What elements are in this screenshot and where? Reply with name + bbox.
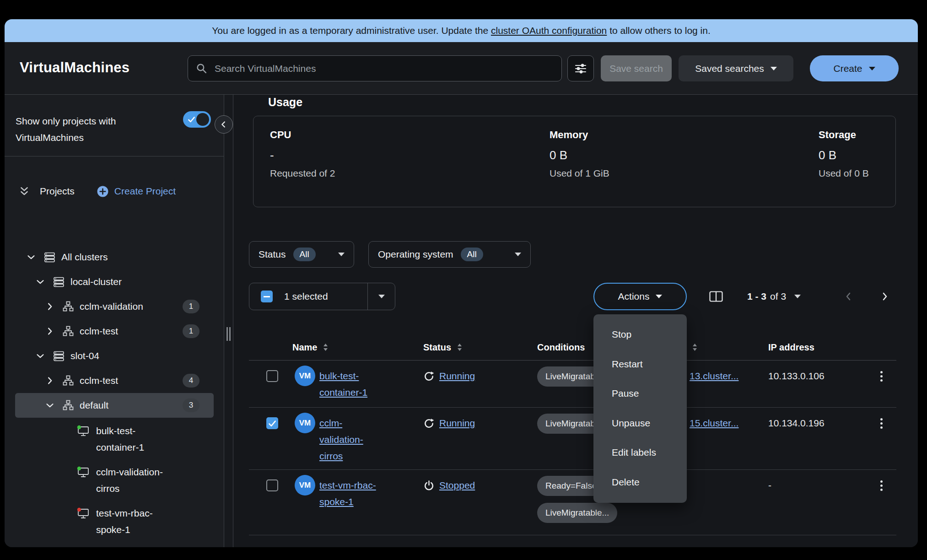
show-only-toggle[interactable] bbox=[183, 111, 211, 128]
vm-name-line: validation- bbox=[319, 431, 363, 448]
vm-badge: VM bbox=[295, 366, 315, 386]
menu-item-edit-labels[interactable]: Edit labels bbox=[593, 438, 687, 468]
sort-icon[interactable] bbox=[692, 343, 698, 352]
vm-label-line: cclm-validation- bbox=[96, 467, 163, 477]
vm-label-line: container-1 bbox=[96, 442, 144, 452]
chevron-left-icon bbox=[219, 119, 229, 129]
os-filter-dropdown[interactable]: Operating system All bbox=[368, 241, 531, 268]
actions-label: Actions bbox=[618, 291, 650, 302]
vm-name-link[interactable]: bulk-test- container-1 bbox=[319, 368, 367, 401]
create-button[interactable]: Create bbox=[810, 55, 899, 81]
saved-searches-button[interactable]: Saved searches bbox=[679, 55, 793, 81]
chevron-right-icon[interactable] bbox=[45, 302, 55, 312]
tree-item-default[interactable]: default 3 bbox=[15, 393, 214, 418]
metric-detail: Used of 0 B bbox=[819, 168, 869, 179]
status-link[interactable]: Stopped bbox=[439, 477, 475, 494]
cluster-tree: All clusters local-cluster cclm-validati… bbox=[5, 245, 224, 546]
tree-item-vm-test-vm-rbac-spoke-1[interactable]: test-vm-rbac-spoke-1 bbox=[15, 505, 214, 538]
table-row: VM cclm- validation- cirros Running Live… bbox=[249, 408, 896, 470]
minus-icon bbox=[264, 296, 270, 297]
tree-item-vm-cclm-validation-cirros[interactable]: cclm-validation-cirros bbox=[15, 464, 214, 497]
vm-name-link[interactable]: cclm- validation- cirros bbox=[319, 415, 363, 464]
chevron-down-icon[interactable] bbox=[45, 400, 55, 410]
create-project-button[interactable]: Create Project bbox=[97, 185, 176, 198]
sidebar-collapse-button[interactable] bbox=[215, 115, 233, 134]
metric-value: 0 B bbox=[550, 148, 609, 162]
chevron-right-icon[interactable] bbox=[45, 326, 55, 336]
tree-item-all-clusters[interactable]: All clusters bbox=[15, 245, 214, 269]
menu-item-restart[interactable]: Restart bbox=[593, 350, 687, 379]
node-link[interactable]: 15.cluster... bbox=[690, 415, 738, 431]
banner-text-after: to allow others to log in. bbox=[609, 25, 711, 36]
vm-badge: VM bbox=[295, 413, 315, 433]
pagination-next-button[interactable] bbox=[874, 286, 895, 307]
vm-icon-running bbox=[77, 466, 90, 478]
vm-name-link[interactable]: test-vm-rbac- spoke-1 bbox=[319, 477, 376, 510]
selected-count-label: 1 selected bbox=[284, 283, 367, 310]
menu-item-unpause[interactable]: Unpause bbox=[593, 409, 687, 438]
oauth-config-link[interactable]: cluster OAuth configuration bbox=[491, 25, 607, 36]
tree-item-cclm-test[interactable]: cclm-test 1 bbox=[15, 319, 214, 344]
bulk-select-checkbox[interactable] bbox=[261, 291, 273, 302]
tree-item-local-cluster[interactable]: local-cluster bbox=[15, 269, 214, 294]
column-header-status[interactable]: Status bbox=[423, 334, 463, 361]
menu-item-pause[interactable]: Pause bbox=[593, 379, 687, 409]
pagination-prev-button[interactable] bbox=[839, 286, 859, 307]
vm-count-badge: 4 bbox=[183, 374, 199, 388]
column-header-name[interactable]: Name bbox=[292, 334, 329, 361]
search-input[interactable] bbox=[188, 55, 562, 81]
caret-down-icon bbox=[869, 67, 875, 70]
vm-name-line: cirros bbox=[319, 448, 363, 464]
memory-metric: Memory 0 B Used of 1 GiB bbox=[550, 129, 609, 179]
tree-item-label: slot-04 bbox=[70, 350, 99, 361]
save-search-button[interactable]: Save search bbox=[601, 55, 672, 81]
tree-item-cclm-test-slot04[interactable]: cclm-test 4 bbox=[15, 368, 214, 393]
os-filter-value-chip: All bbox=[461, 248, 483, 261]
status-filter-dropdown[interactable]: Status All bbox=[249, 241, 354, 268]
tree-item-slot-04[interactable]: slot-04 bbox=[15, 344, 214, 368]
projects-label: Projects bbox=[40, 186, 75, 197]
node-link[interactable]: 13.cluster... bbox=[690, 368, 738, 384]
pagination-range: 1 - 3 bbox=[747, 291, 766, 302]
actions-dropdown-button[interactable]: Actions bbox=[593, 283, 687, 310]
chevron-down-icon[interactable] bbox=[35, 277, 45, 287]
menu-item-delete[interactable]: Delete bbox=[593, 468, 687, 497]
menu-item-stop[interactable]: Stop bbox=[593, 320, 687, 350]
chevron-down-icon[interactable] bbox=[26, 252, 36, 262]
usage-heading: Usage bbox=[268, 96, 302, 109]
row-kebab-menu-button[interactable] bbox=[877, 367, 886, 385]
tree-item-label: All clusters bbox=[61, 252, 108, 263]
vm-name-line: bulk-test- bbox=[319, 368, 367, 384]
cluster-icon bbox=[53, 276, 65, 288]
tree-item-vm-bulk-test-container-1[interactable]: bulk-test-container-1 bbox=[15, 423, 214, 456]
column-label: Name bbox=[292, 342, 317, 353]
tree-item-label: cclm-test bbox=[80, 375, 118, 386]
advanced-search-button[interactable] bbox=[567, 55, 594, 81]
bulk-select-checkbox-segment[interactable] bbox=[249, 283, 284, 310]
status-link[interactable]: Running bbox=[439, 368, 475, 384]
row-kebab-menu-button[interactable] bbox=[877, 415, 886, 432]
sort-icon[interactable] bbox=[323, 343, 329, 352]
collapse-all-icon[interactable] bbox=[19, 186, 30, 197]
status-link[interactable]: Running bbox=[439, 415, 475, 431]
bulk-select-caret-segment[interactable] bbox=[367, 283, 395, 310]
sort-icon[interactable] bbox=[457, 343, 463, 352]
vm-label-line: spoke-1 bbox=[96, 524, 130, 535]
row-checkbox-checked[interactable] bbox=[266, 417, 278, 429]
chevron-down-icon[interactable] bbox=[35, 351, 45, 361]
vm-label-line: bulk-test- bbox=[96, 425, 135, 436]
metric-detail: Used of 1 GiB bbox=[550, 168, 609, 179]
row-checkbox[interactable] bbox=[266, 370, 278, 382]
row-kebab-menu-button[interactable] bbox=[877, 477, 886, 494]
chevron-right-icon[interactable] bbox=[45, 376, 55, 386]
storage-metric: Storage 0 B Used of 0 B bbox=[819, 129, 869, 179]
sidebar-resizer[interactable] bbox=[224, 95, 233, 547]
tree-item-cclm-validation[interactable]: cclm-validation 1 bbox=[15, 294, 214, 319]
pagination-control[interactable]: 1 - 3 of 3 bbox=[747, 283, 801, 310]
search-wrap bbox=[188, 55, 562, 81]
manage-columns-button[interactable] bbox=[706, 286, 727, 307]
page-header: VirtualMachines Save search Saved search… bbox=[5, 42, 918, 95]
resize-handle[interactable] bbox=[226, 327, 231, 341]
tree-item-label: default bbox=[80, 400, 108, 411]
row-checkbox[interactable] bbox=[266, 479, 278, 491]
